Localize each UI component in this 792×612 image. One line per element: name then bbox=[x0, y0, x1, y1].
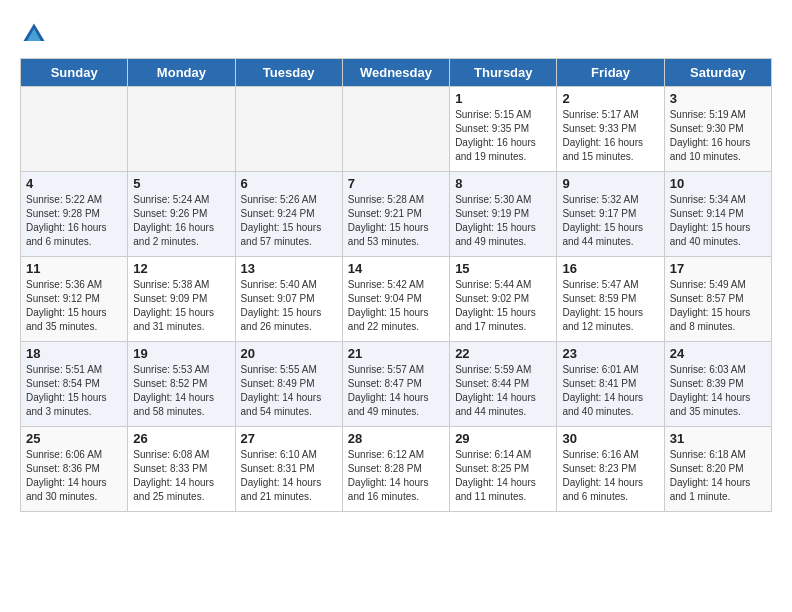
table-row: 24Sunrise: 6:03 AMSunset: 8:39 PMDayligh… bbox=[664, 342, 771, 427]
day-info: Sunrise: 6:03 AMSunset: 8:39 PMDaylight:… bbox=[670, 363, 766, 419]
header-saturday: Saturday bbox=[664, 59, 771, 87]
day-number: 25 bbox=[26, 431, 122, 446]
day-number: 17 bbox=[670, 261, 766, 276]
day-number: 5 bbox=[133, 176, 229, 191]
table-row: 28Sunrise: 6:12 AMSunset: 8:28 PMDayligh… bbox=[342, 427, 449, 512]
table-row bbox=[235, 87, 342, 172]
table-row: 30Sunrise: 6:16 AMSunset: 8:23 PMDayligh… bbox=[557, 427, 664, 512]
day-number: 3 bbox=[670, 91, 766, 106]
day-number: 31 bbox=[670, 431, 766, 446]
table-row: 17Sunrise: 5:49 AMSunset: 8:57 PMDayligh… bbox=[664, 257, 771, 342]
header-wednesday: Wednesday bbox=[342, 59, 449, 87]
table-row: 18Sunrise: 5:51 AMSunset: 8:54 PMDayligh… bbox=[21, 342, 128, 427]
day-info: Sunrise: 6:10 AMSunset: 8:31 PMDaylight:… bbox=[241, 448, 337, 504]
table-row: 1Sunrise: 5:15 AMSunset: 9:35 PMDaylight… bbox=[450, 87, 557, 172]
day-info: Sunrise: 5:36 AMSunset: 9:12 PMDaylight:… bbox=[26, 278, 122, 334]
day-number: 6 bbox=[241, 176, 337, 191]
calendar-week-3: 11Sunrise: 5:36 AMSunset: 9:12 PMDayligh… bbox=[21, 257, 772, 342]
calendar-header-row: SundayMondayTuesdayWednesdayThursdayFrid… bbox=[21, 59, 772, 87]
day-info: Sunrise: 5:30 AMSunset: 9:19 PMDaylight:… bbox=[455, 193, 551, 249]
day-number: 16 bbox=[562, 261, 658, 276]
day-info: Sunrise: 5:49 AMSunset: 8:57 PMDaylight:… bbox=[670, 278, 766, 334]
day-info: Sunrise: 5:22 AMSunset: 9:28 PMDaylight:… bbox=[26, 193, 122, 249]
day-number: 29 bbox=[455, 431, 551, 446]
day-number: 12 bbox=[133, 261, 229, 276]
day-number: 26 bbox=[133, 431, 229, 446]
table-row: 19Sunrise: 5:53 AMSunset: 8:52 PMDayligh… bbox=[128, 342, 235, 427]
day-info: Sunrise: 5:51 AMSunset: 8:54 PMDaylight:… bbox=[26, 363, 122, 419]
day-info: Sunrise: 6:01 AMSunset: 8:41 PMDaylight:… bbox=[562, 363, 658, 419]
table-row bbox=[342, 87, 449, 172]
day-info: Sunrise: 6:16 AMSunset: 8:23 PMDaylight:… bbox=[562, 448, 658, 504]
day-number: 30 bbox=[562, 431, 658, 446]
day-info: Sunrise: 5:26 AMSunset: 9:24 PMDaylight:… bbox=[241, 193, 337, 249]
day-number: 11 bbox=[26, 261, 122, 276]
table-row: 27Sunrise: 6:10 AMSunset: 8:31 PMDayligh… bbox=[235, 427, 342, 512]
table-row: 9Sunrise: 5:32 AMSunset: 9:17 PMDaylight… bbox=[557, 172, 664, 257]
header-tuesday: Tuesday bbox=[235, 59, 342, 87]
table-row: 12Sunrise: 5:38 AMSunset: 9:09 PMDayligh… bbox=[128, 257, 235, 342]
day-number: 8 bbox=[455, 176, 551, 191]
day-number: 27 bbox=[241, 431, 337, 446]
header-thursday: Thursday bbox=[450, 59, 557, 87]
day-info: Sunrise: 5:28 AMSunset: 9:21 PMDaylight:… bbox=[348, 193, 444, 249]
day-number: 15 bbox=[455, 261, 551, 276]
day-number: 10 bbox=[670, 176, 766, 191]
day-number: 7 bbox=[348, 176, 444, 191]
day-number: 24 bbox=[670, 346, 766, 361]
day-info: Sunrise: 5:15 AMSunset: 9:35 PMDaylight:… bbox=[455, 108, 551, 164]
day-info: Sunrise: 5:32 AMSunset: 9:17 PMDaylight:… bbox=[562, 193, 658, 249]
table-row: 15Sunrise: 5:44 AMSunset: 9:02 PMDayligh… bbox=[450, 257, 557, 342]
day-number: 13 bbox=[241, 261, 337, 276]
table-row: 22Sunrise: 5:59 AMSunset: 8:44 PMDayligh… bbox=[450, 342, 557, 427]
table-row: 11Sunrise: 5:36 AMSunset: 9:12 PMDayligh… bbox=[21, 257, 128, 342]
day-info: Sunrise: 6:14 AMSunset: 8:25 PMDaylight:… bbox=[455, 448, 551, 504]
day-info: Sunrise: 5:57 AMSunset: 8:47 PMDaylight:… bbox=[348, 363, 444, 419]
table-row: 5Sunrise: 5:24 AMSunset: 9:26 PMDaylight… bbox=[128, 172, 235, 257]
day-info: Sunrise: 6:12 AMSunset: 8:28 PMDaylight:… bbox=[348, 448, 444, 504]
day-info: Sunrise: 6:06 AMSunset: 8:36 PMDaylight:… bbox=[26, 448, 122, 504]
table-row: 20Sunrise: 5:55 AMSunset: 8:49 PMDayligh… bbox=[235, 342, 342, 427]
day-info: Sunrise: 5:40 AMSunset: 9:07 PMDaylight:… bbox=[241, 278, 337, 334]
table-row: 23Sunrise: 6:01 AMSunset: 8:41 PMDayligh… bbox=[557, 342, 664, 427]
calendar-week-5: 25Sunrise: 6:06 AMSunset: 8:36 PMDayligh… bbox=[21, 427, 772, 512]
day-number: 9 bbox=[562, 176, 658, 191]
table-row: 31Sunrise: 6:18 AMSunset: 8:20 PMDayligh… bbox=[664, 427, 771, 512]
logo-icon bbox=[20, 20, 48, 48]
table-row: 4Sunrise: 5:22 AMSunset: 9:28 PMDaylight… bbox=[21, 172, 128, 257]
day-number: 18 bbox=[26, 346, 122, 361]
header-monday: Monday bbox=[128, 59, 235, 87]
table-row: 26Sunrise: 6:08 AMSunset: 8:33 PMDayligh… bbox=[128, 427, 235, 512]
day-info: Sunrise: 5:55 AMSunset: 8:49 PMDaylight:… bbox=[241, 363, 337, 419]
day-number: 4 bbox=[26, 176, 122, 191]
day-info: Sunrise: 6:08 AMSunset: 8:33 PMDaylight:… bbox=[133, 448, 229, 504]
table-row: 29Sunrise: 6:14 AMSunset: 8:25 PMDayligh… bbox=[450, 427, 557, 512]
calendar-week-4: 18Sunrise: 5:51 AMSunset: 8:54 PMDayligh… bbox=[21, 342, 772, 427]
day-number: 14 bbox=[348, 261, 444, 276]
table-row: 16Sunrise: 5:47 AMSunset: 8:59 PMDayligh… bbox=[557, 257, 664, 342]
day-info: Sunrise: 5:44 AMSunset: 9:02 PMDaylight:… bbox=[455, 278, 551, 334]
day-number: 2 bbox=[562, 91, 658, 106]
day-number: 19 bbox=[133, 346, 229, 361]
day-number: 28 bbox=[348, 431, 444, 446]
day-info: Sunrise: 5:47 AMSunset: 8:59 PMDaylight:… bbox=[562, 278, 658, 334]
day-info: Sunrise: 5:38 AMSunset: 9:09 PMDaylight:… bbox=[133, 278, 229, 334]
day-number: 21 bbox=[348, 346, 444, 361]
table-row: 21Sunrise: 5:57 AMSunset: 8:47 PMDayligh… bbox=[342, 342, 449, 427]
day-number: 20 bbox=[241, 346, 337, 361]
page-header bbox=[20, 20, 772, 48]
table-row: 2Sunrise: 5:17 AMSunset: 9:33 PMDaylight… bbox=[557, 87, 664, 172]
table-row: 13Sunrise: 5:40 AMSunset: 9:07 PMDayligh… bbox=[235, 257, 342, 342]
header-friday: Friday bbox=[557, 59, 664, 87]
calendar-table: SundayMondayTuesdayWednesdayThursdayFrid… bbox=[20, 58, 772, 512]
calendar-week-2: 4Sunrise: 5:22 AMSunset: 9:28 PMDaylight… bbox=[21, 172, 772, 257]
calendar-week-1: 1Sunrise: 5:15 AMSunset: 9:35 PMDaylight… bbox=[21, 87, 772, 172]
day-info: Sunrise: 5:24 AMSunset: 9:26 PMDaylight:… bbox=[133, 193, 229, 249]
table-row: 6Sunrise: 5:26 AMSunset: 9:24 PMDaylight… bbox=[235, 172, 342, 257]
header-sunday: Sunday bbox=[21, 59, 128, 87]
day-info: Sunrise: 5:17 AMSunset: 9:33 PMDaylight:… bbox=[562, 108, 658, 164]
table-row: 8Sunrise: 5:30 AMSunset: 9:19 PMDaylight… bbox=[450, 172, 557, 257]
day-number: 23 bbox=[562, 346, 658, 361]
day-info: Sunrise: 5:59 AMSunset: 8:44 PMDaylight:… bbox=[455, 363, 551, 419]
table-row: 3Sunrise: 5:19 AMSunset: 9:30 PMDaylight… bbox=[664, 87, 771, 172]
